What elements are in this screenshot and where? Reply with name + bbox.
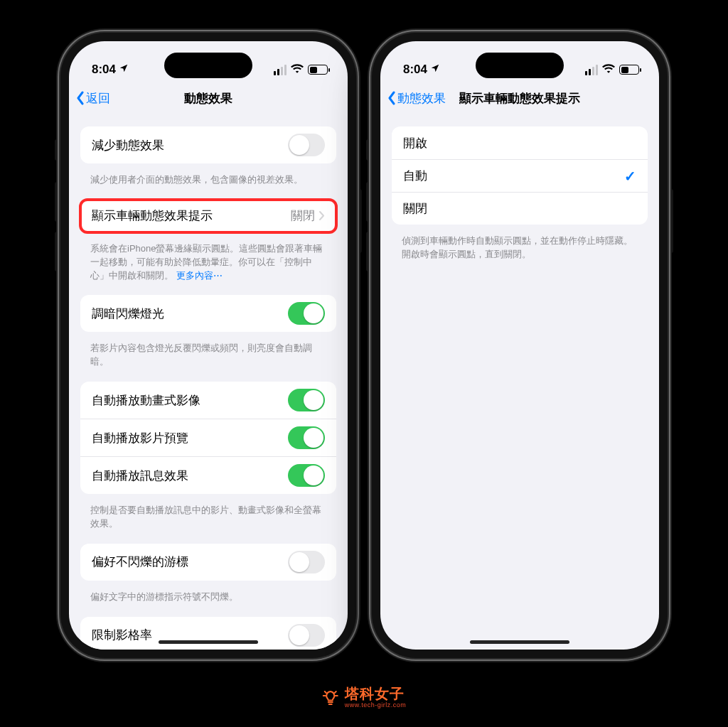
group-dim-flashing: 調暗閃爍燈光	[80, 295, 336, 332]
volume-up-button	[55, 182, 59, 222]
chevron-right-icon	[319, 211, 325, 220]
row-label: 關閉	[403, 200, 636, 217]
footer-options: 偵測到車輛動作時自動顯示圓點，並在動作停止時隱藏。開啟時會顯示圓點，直到關閉。	[380, 230, 659, 274]
row-label: 減少動態效果	[92, 137, 288, 154]
page-title: 顯示車輛動態效果提示	[459, 90, 580, 107]
toggle-autoplay-video[interactable]	[288, 426, 325, 449]
status-time: 8:04	[92, 63, 116, 77]
watermark: 塔科女子 www.tech-girlz.com	[322, 686, 407, 709]
volume-up-button	[366, 182, 370, 222]
cellular-icon	[274, 65, 287, 75]
screen-right: 8:04 動態效果 顯示	[380, 41, 659, 650]
screen-left: 8:04 返回 動態效果	[69, 41, 348, 650]
row-value: 關閉	[291, 208, 315, 224]
group-autoplay: 自動播放動畫式影像 自動播放影片預覽 自動播放訊息效果	[80, 382, 336, 494]
toggle-non-blinking-cursor[interactable]	[288, 551, 325, 573]
toggle-limit-frame-rate[interactable]	[288, 624, 325, 647]
footer-vehicle-cues: 系統會在iPhone螢幕邊緣顯示圓點。這些圓點會跟著車輛一起移動，可能有助於降低…	[69, 238, 348, 296]
power-button	[358, 189, 362, 253]
svg-line-2	[325, 691, 326, 693]
dynamic-island	[164, 53, 252, 78]
group-options: 開啟 自動 ✓ 關閉	[392, 126, 648, 225]
option-on[interactable]: 開啟	[392, 126, 648, 159]
row-autoplay-animated-images[interactable]: 自動播放動畫式影像	[80, 382, 336, 419]
toggle-autoplay-messages[interactable]	[288, 464, 325, 487]
silence-switch	[55, 139, 59, 161]
toggle-dim-flashing[interactable]	[288, 302, 325, 325]
row-label: 偏好不閃爍的游標	[92, 554, 288, 570]
back-label: 返回	[86, 90, 110, 107]
row-non-blinking-cursor[interactable]: 偏好不閃爍的游標	[80, 544, 336, 581]
more-link[interactable]: 更多內容⋯	[176, 270, 223, 281]
group-limit-frame-rate: 限制影格率	[80, 617, 336, 650]
wifi-icon	[291, 63, 304, 77]
location-icon	[119, 63, 129, 77]
home-indicator	[159, 640, 258, 644]
chevron-left-icon	[76, 91, 85, 105]
silence-switch	[366, 139, 370, 161]
toggle-reduce-motion[interactable]	[288, 134, 325, 156]
group-non-blinking-cursor: 偏好不閃爍的游標	[80, 544, 336, 581]
home-indicator	[470, 640, 569, 644]
back-label: 動態效果	[397, 90, 446, 107]
nav-bar: 返回 動態效果	[69, 82, 348, 114]
svg-line-3	[335, 691, 336, 693]
lightbulb-icon	[322, 689, 339, 706]
nav-bar: 動態效果 顯示車輛動態效果提示	[380, 82, 659, 114]
row-label: 自動播放動畫式影像	[92, 392, 288, 409]
option-off[interactable]: 關閉	[392, 192, 648, 225]
group-reduce-motion: 減少動態效果	[80, 126, 336, 163]
power-button	[669, 189, 673, 253]
checkmark-icon: ✓	[624, 168, 636, 185]
battery-icon	[619, 65, 639, 75]
row-label: 開啟	[403, 135, 636, 151]
row-label: 自動	[403, 168, 624, 184]
group-vehicle-cues: 顯示車輛動態效果提示 關閉	[80, 200, 336, 232]
footer-autoplay: 控制是否要自動播放訊息中的影片、動畫式影像和全螢幕效果。	[69, 500, 348, 544]
row-autoplay-video-previews[interactable]: 自動播放影片預覽	[80, 419, 336, 456]
dynamic-island	[476, 53, 564, 78]
page-title: 動態效果	[184, 90, 232, 107]
phone-right: 8:04 動態效果 顯示	[372, 33, 668, 658]
footer-non-blinking-cursor: 偏好文字中的游標指示符號不閃爍。	[69, 586, 348, 617]
row-label: 顯示車輛動態效果提示	[92, 208, 291, 224]
row-dim-flashing[interactable]: 調暗閃爍燈光	[80, 295, 336, 332]
toggle-autoplay-images[interactable]	[288, 389, 325, 411]
row-label: 自動播放影片預覽	[92, 430, 288, 446]
cellular-icon	[585, 65, 598, 75]
location-icon	[430, 63, 440, 77]
option-auto[interactable]: 自動 ✓	[392, 159, 648, 192]
row-limit-frame-rate[interactable]: 限制影格率	[80, 617, 336, 650]
status-time: 8:04	[403, 63, 427, 77]
volume-down-button	[55, 232, 59, 271]
watermark-title: 塔科女子	[345, 686, 407, 701]
wifi-icon	[602, 63, 615, 77]
row-label: 調暗閃爍燈光	[92, 306, 288, 322]
row-label: 自動播放訊息效果	[92, 468, 288, 484]
row-reduce-motion[interactable]: 減少動態效果	[80, 126, 336, 163]
chevron-left-icon	[387, 91, 396, 105]
back-button[interactable]: 返回	[76, 82, 110, 114]
back-button[interactable]: 動態效果	[387, 82, 446, 114]
footer-reduce-motion: 減少使用者介面的動態效果，包含圖像的視差效果。	[69, 169, 348, 200]
watermark-url: www.tech-girlz.com	[345, 702, 407, 709]
row-vehicle-cues[interactable]: 顯示車輛動態效果提示 關閉	[80, 200, 336, 232]
battery-icon	[308, 65, 328, 75]
volume-down-button	[366, 232, 370, 271]
footer-dim-flashing: 若影片內容包含燈光反覆閃爍或頻閃，則亮度會自動調暗。	[69, 338, 348, 382]
phone-left: 8:04 返回 動態效果	[60, 33, 356, 658]
row-autoplay-message-effects[interactable]: 自動播放訊息效果	[80, 456, 336, 494]
